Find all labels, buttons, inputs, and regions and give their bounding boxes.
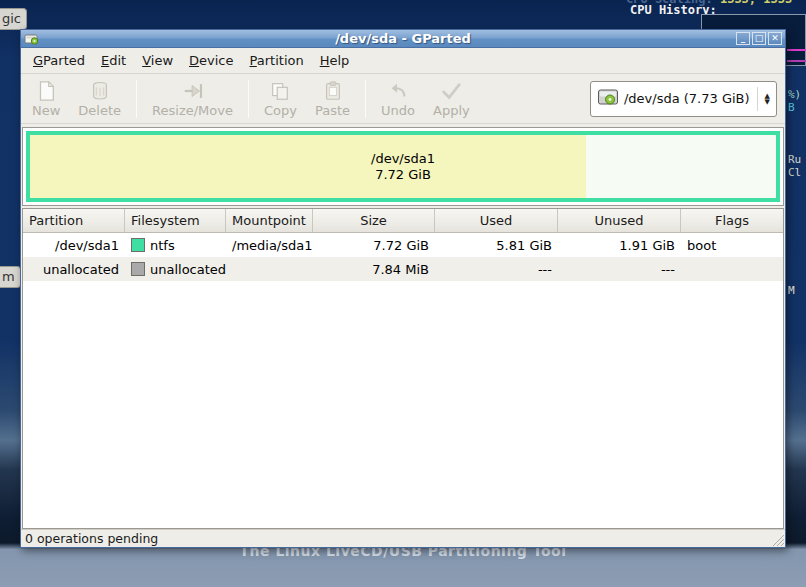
cell-partition: /dev/sda1 (23, 238, 125, 253)
copy-label: Copy (264, 103, 297, 118)
background-window-tab[interactable]: gic (0, 8, 27, 30)
new-label: New (32, 103, 60, 118)
close-button[interactable]: ✕ (768, 32, 782, 45)
harddisk-icon (597, 87, 619, 110)
table-row-unallocated[interactable]: unallocated unallocated 7.84 MiB --- --- (23, 257, 783, 281)
column-header-used[interactable]: Used (435, 209, 558, 232)
apply-check-icon (440, 80, 462, 103)
cell-mountpoint: /media/sda1 (226, 238, 313, 253)
delete-button[interactable]: Delete (69, 78, 130, 120)
device-selector[interactable]: /dev/sda (7.73 GiB) ▲▼ (590, 81, 777, 117)
partition-table: Partition Filesystem Mountpoint Size Use… (22, 208, 784, 529)
partition-visual-panel: /dev/sda1 7.72 GiB (22, 127, 784, 206)
menu-gparted[interactable]: GParted (25, 50, 93, 71)
menubar: GParted Edit View Device Partition Help (21, 48, 785, 74)
menu-partition[interactable]: Partition (242, 50, 312, 71)
titlebar[interactable]: /dev/sda - GParted _ □ ✕ (21, 30, 785, 48)
combo-spinner-icon[interactable]: ▲▼ (765, 93, 772, 105)
copy-icon (269, 80, 291, 103)
cell-flags: boot (681, 238, 783, 253)
background-text-fragment: M (788, 284, 795, 297)
background-window-tab[interactable]: m (0, 266, 21, 288)
resize-move-label: Resize/Move (152, 103, 233, 118)
table-empty-area (23, 281, 783, 528)
cell-unused: --- (558, 262, 681, 277)
status-text: 0 operations pending (25, 531, 158, 546)
filesystem-label: unallocated (150, 262, 226, 277)
background-text-fragment: Ru (788, 153, 801, 166)
resize-grip[interactable] (771, 533, 784, 546)
ntfs-color-swatch (131, 238, 145, 252)
copy-button[interactable]: Copy (255, 78, 306, 120)
undo-arrow-icon (387, 80, 409, 103)
column-header-filesystem[interactable]: Filesystem (125, 209, 226, 232)
column-header-partition[interactable]: Partition (23, 209, 125, 232)
new-document-icon (35, 80, 57, 103)
filesystem-label: ntfs (150, 238, 175, 253)
toolbar: New Delete Resize/Move Copy Paste Undo A… (21, 74, 785, 124)
background-line (787, 49, 806, 51)
apply-label: Apply (433, 103, 470, 118)
background-text-fragment: %) (788, 88, 801, 101)
partition-free-space (586, 135, 776, 198)
status-bar: 0 operations pending (21, 529, 785, 547)
device-selector-value: /dev/sda (7.73 GiB) (624, 91, 750, 106)
combo-separator (757, 87, 758, 111)
background-text-fragment: Cl (788, 166, 801, 179)
delete-label: Delete (78, 103, 121, 118)
cell-size: 7.72 GiB (313, 238, 435, 253)
maximize-button[interactable]: □ (752, 32, 766, 45)
background-text-fragment: B (788, 101, 795, 114)
table-header-row: Partition Filesystem Mountpoint Size Use… (23, 209, 783, 233)
cell-filesystem: unallocated (125, 262, 226, 277)
paste-clipboard-icon (322, 80, 344, 103)
menu-device[interactable]: Device (181, 50, 241, 71)
undo-label: Undo (381, 103, 415, 118)
cell-size: 7.84 MiB (313, 262, 435, 277)
column-header-unused[interactable]: Unused (558, 209, 681, 232)
new-button[interactable]: New (23, 78, 69, 120)
resize-move-button[interactable]: Resize/Move (143, 78, 242, 120)
column-header-size[interactable]: Size (313, 209, 435, 232)
cell-filesystem: ntfs (125, 238, 226, 253)
menu-view[interactable]: View (134, 50, 181, 71)
gparted-app-icon (24, 32, 39, 46)
unallocated-color-swatch (131, 262, 145, 276)
background-line (787, 60, 806, 62)
trash-icon (89, 80, 111, 103)
menu-edit[interactable]: Edit (93, 50, 134, 71)
gparted-window: /dev/sda - GParted _ □ ✕ GParted Edit Vi… (20, 29, 786, 548)
paste-button[interactable]: Paste (306, 78, 359, 120)
cell-unused: 1.91 GiB (558, 238, 681, 253)
toolbar-separator (136, 80, 137, 118)
cell-partition: unallocated (23, 262, 125, 277)
partition-sda1-box[interactable] (26, 131, 780, 202)
window-title: /dev/sda - GParted (21, 31, 785, 46)
resize-arrow-icon (182, 80, 204, 103)
toolbar-separator (365, 80, 366, 118)
apply-button[interactable]: Apply (424, 78, 479, 120)
cell-used: --- (435, 262, 558, 277)
table-row-sda1[interactable]: /dev/sda1 ntfs /media/sda1 7.72 GiB 5.81… (23, 233, 783, 257)
menu-help[interactable]: Help (312, 50, 358, 71)
undo-button[interactable]: Undo (372, 78, 424, 120)
partition-bar[interactable]: /dev/sda1 7.72 GiB (26, 131, 780, 202)
paste-label: Paste (315, 103, 350, 118)
minimize-button[interactable]: _ (736, 32, 750, 45)
partition-used-space (30, 135, 586, 198)
cell-used: 5.81 GiB (435, 238, 558, 253)
column-header-mountpoint[interactable]: Mountpoint (226, 209, 313, 232)
toolbar-separator (248, 80, 249, 118)
column-header-flags[interactable]: Flags (681, 209, 783, 232)
